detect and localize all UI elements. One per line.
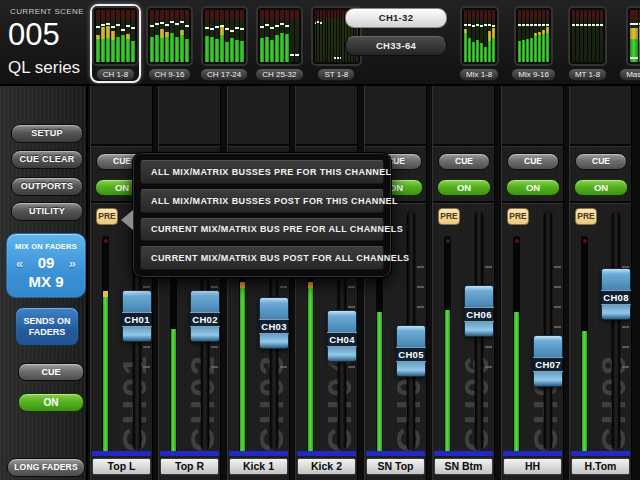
meter-clip-dot	[446, 239, 450, 243]
channel-cue-button[interactable]: CUE	[575, 153, 627, 170]
meter-bar-yellow-fill	[126, 34, 130, 38]
meter-bar-yellow-fill	[464, 29, 467, 33]
channel-on-button[interactable]: ON	[437, 179, 491, 196]
fader-cap[interactable]: CH03	[259, 297, 289, 349]
meter-peak-hold	[215, 26, 219, 28]
channel-name[interactable]: Top R	[160, 458, 219, 475]
meter-block-ch-1-8[interactable]: CH 1-8	[90, 4, 141, 83]
meter-peak-hold	[484, 24, 487, 26]
meter-block-mix-9-16[interactable]: Mix 9-16	[509, 4, 558, 83]
mix-bus-name: MX 9	[7, 273, 85, 290]
meter-box	[92, 6, 139, 66]
meter-bar-green-fill	[280, 33, 284, 62]
meter-peak-hold	[596, 24, 599, 26]
meter-peak-hold	[572, 24, 575, 26]
next-mix-chevron-icon[interactable]: »	[69, 256, 76, 271]
meter-peak-hold	[538, 24, 541, 26]
fader-cap[interactable]: CH05	[396, 325, 426, 377]
popup-item-all-busses-pre[interactable]: ALL MIX/MATRIX BUSSES PRE FOR THIS CHANN…	[140, 160, 384, 184]
meter-bar-yellow-fill	[96, 35, 100, 39]
sidebar: SETUP CUE CLEAR OUTPORTS UTILITY MIX ON …	[0, 86, 88, 480]
meter-peak-hold	[472, 25, 475, 27]
fader-cap-label: CH06	[464, 307, 494, 322]
meter-peak-hold	[180, 21, 184, 23]
meter-bar-green-fill	[220, 35, 224, 62]
channel-name[interactable]: H.Tom	[571, 458, 630, 475]
meter-peak-hold	[116, 24, 120, 26]
channel-on-button[interactable]: ON	[506, 179, 560, 196]
channel-name[interactable]: SN Btm	[434, 458, 493, 475]
channel-strip-ch04: CH04CUEONCH04Kick 2	[295, 86, 358, 480]
popup-item-current-bus-pre[interactable]: CURRENT MIX/MATRIX BUS PRE FOR ALL CHANN…	[140, 218, 384, 242]
strip-divider	[159, 144, 220, 147]
channel-name[interactable]: SN Top	[366, 458, 425, 475]
meter-bar-green-fill	[101, 39, 105, 62]
long-faders-button[interactable]: LONG FADERS	[7, 458, 85, 477]
meter-bar	[542, 10, 545, 62]
meter-peak-hold	[270, 27, 274, 29]
meter-bar-green-fill	[150, 37, 154, 62]
meter-bar	[476, 10, 479, 62]
meter-green-fill	[514, 312, 519, 451]
meter-block-ch-25-32[interactable]: CH 25-32	[253, 4, 305, 83]
meter-peak-hold	[155, 23, 159, 25]
input-meter-blocks: CH 1-8CH 9-16CH 17-24CH 25-32ST 1-8	[90, 4, 364, 83]
fader-track[interactable]	[544, 212, 552, 450]
meter-bar-green-fill	[526, 39, 529, 62]
pre-badge[interactable]: PRE	[438, 208, 460, 225]
meter-peak-hold	[150, 25, 154, 27]
popup-item-all-busses-post[interactable]: ALL MIX/MATRIX BUSSES POST FOR THIS CHAN…	[140, 189, 384, 213]
meter-bar	[340, 10, 342, 62]
bank-button-ch1-32[interactable]: CH1-32	[345, 8, 447, 28]
sidebar-on-button[interactable]: ON	[18, 393, 84, 412]
ql-stagemix-screen: { "scene": {"label": "CURRENT SCENE", "n…	[0, 0, 640, 480]
setup-button[interactable]: SETUP	[11, 124, 83, 143]
meter-peak-hold	[265, 24, 269, 26]
meter-peak-hold	[480, 25, 483, 27]
sidebar-cue-button[interactable]: CUE	[18, 363, 84, 381]
channel-name[interactable]: HH	[503, 458, 562, 475]
meter-bar	[180, 10, 184, 62]
fader-cap[interactable]: CH06	[464, 285, 494, 337]
meter-bar	[260, 10, 264, 62]
meter-bar-yellow-fill	[111, 31, 115, 39]
mix-on-faders-panel[interactable]: MIX ON FADERS 09 MX 9 « »	[6, 233, 86, 298]
fader-cap[interactable]: CH02	[190, 290, 220, 342]
meter-block-master[interactable]: Master	[617, 4, 640, 83]
meter-block-mt-1-8[interactable]: MT 1-8	[566, 4, 609, 83]
utility-button[interactable]: UTILITY	[11, 202, 83, 221]
fader-cap[interactable]: CH01	[122, 290, 152, 342]
fader-cap[interactable]: CH07	[533, 335, 563, 387]
fader-track[interactable]	[612, 212, 620, 450]
cue-clear-button[interactable]: CUE CLEAR	[11, 150, 83, 169]
bank-button-ch33-64[interactable]: CH33-64	[345, 36, 447, 56]
channel-cue-button[interactable]: CUE	[438, 153, 490, 170]
channel-name[interactable]: Kick 2	[297, 458, 356, 475]
pre-badge[interactable]: PRE	[575, 208, 597, 225]
channel-color-bar	[92, 451, 151, 456]
fader-scale-tick	[143, 286, 150, 288]
fader-cap[interactable]: CH08	[601, 268, 631, 320]
meter-bar	[111, 10, 115, 62]
channel-name[interactable]: Top L	[92, 458, 151, 475]
sends-on-faders-button[interactable]: SENDS ON FADERS	[15, 307, 79, 346]
meter-block-mix-1-8[interactable]: Mix 1-8	[457, 4, 501, 83]
meter-bar-green-fill	[270, 40, 274, 62]
popup-item-current-bus-post[interactable]: CURRENT MIX/MATRIX BUS POST FOR ALL CHAN…	[140, 246, 384, 270]
meter-peak-hold	[320, 22, 322, 24]
outports-button[interactable]: OUTPORTS	[11, 177, 83, 196]
strip-divider	[502, 201, 563, 204]
channel-on-button[interactable]: ON	[574, 179, 628, 196]
meter-bar-green-fill	[480, 43, 483, 62]
meter-peak-hold	[230, 30, 234, 32]
meter-tip-segment	[240, 282, 245, 288]
pre-badge[interactable]: PRE	[507, 208, 529, 225]
channel-cue-button[interactable]: CUE	[507, 153, 559, 170]
fader-cap[interactable]: CH04	[327, 310, 357, 362]
prev-mix-chevron-icon[interactable]: «	[16, 256, 23, 271]
meter-bar-green-fill	[275, 35, 279, 62]
pre-badge[interactable]: PRE	[96, 208, 118, 225]
meter-block-ch-9-16[interactable]: CH 9-16	[144, 4, 195, 83]
meter-block-ch-17-24[interactable]: CH 17-24	[198, 4, 250, 83]
channel-name[interactable]: Kick 1	[229, 458, 288, 475]
